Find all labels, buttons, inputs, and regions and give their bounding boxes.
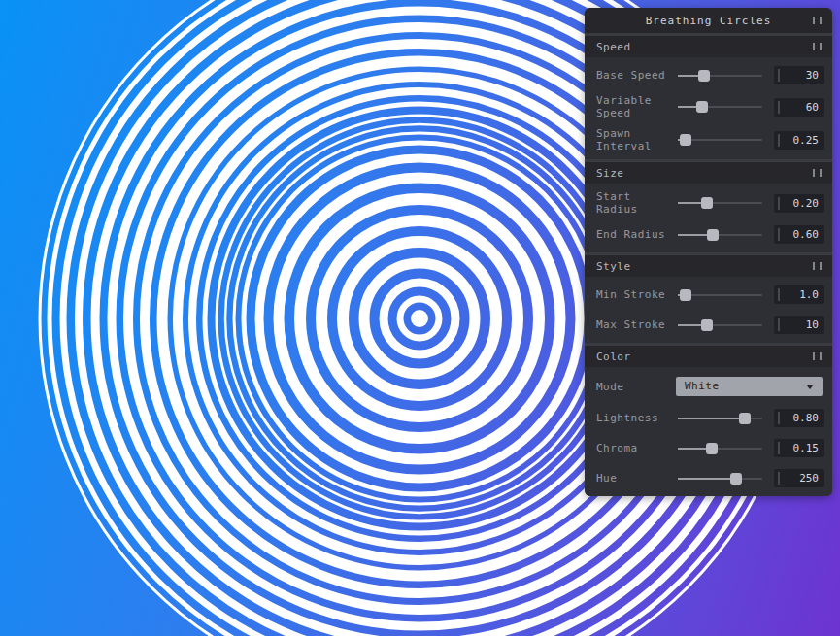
control-label: Start Radius — [596, 190, 676, 216]
slider-knob[interactable] — [707, 229, 719, 241]
value-input[interactable]: 0.20 — [774, 194, 824, 213]
slider-track[interactable] — [678, 478, 762, 480]
control-variable-speed: Variable Speed60 — [585, 90, 832, 123]
control-chroma: Chroma0.15 — [585, 433, 832, 463]
control-panel: Breathing Circles SpeedBase Speed30Varia… — [585, 8, 832, 496]
value-input[interactable]: 60 — [774, 98, 824, 117]
slider-chroma[interactable] — [676, 442, 764, 455]
control-label: Max Stroke — [596, 318, 676, 331]
slider-fill — [678, 478, 733, 480]
fold-icon[interactable] — [813, 262, 822, 270]
section-body: Min Stroke1.0Max Stroke10 — [585, 277, 832, 343]
control-end-radius: End Radius0.60 — [585, 219, 832, 250]
slider-track[interactable] — [678, 106, 762, 108]
section-color: ColorModeWhiteLightness0.80Chroma0.15Hue… — [585, 346, 832, 496]
slider-knob[interactable] — [730, 473, 742, 485]
value-input[interactable]: 250 — [774, 469, 824, 487]
control-label: Base Speed — [596, 69, 676, 82]
slider-knob[interactable] — [701, 319, 713, 331]
section-body: Base Speed30Variable Speed60Spawn Interv… — [585, 57, 832, 159]
slider-knob[interactable] — [739, 413, 751, 424]
slider-track[interactable] — [678, 234, 762, 236]
slider-end-radius[interactable] — [676, 228, 764, 242]
fold-icon[interactable] — [813, 169, 822, 177]
value-input[interactable]: 0.60 — [774, 225, 824, 244]
control-label: Mode — [596, 381, 676, 393]
slider-base-speed[interactable] — [676, 69, 764, 83]
control-label: Min Stroke — [596, 288, 676, 301]
control-base-speed: Base Speed30 — [585, 60, 832, 90]
control-hue: Hue250 — [585, 463, 832, 493]
control-label: Chroma — [596, 442, 676, 454]
value-input[interactable]: 0.25 — [774, 131, 824, 150]
slider-max-stroke[interactable] — [676, 318, 764, 332]
section-label: Speed — [596, 41, 631, 53]
slider-spawn-interval[interactable] — [676, 133, 764, 147]
value-input[interactable]: 0.15 — [774, 439, 824, 457]
select-value: White — [685, 380, 720, 392]
slider-track[interactable] — [678, 448, 762, 450]
slider-track[interactable] — [678, 202, 762, 204]
control-label: End Radius — [596, 228, 676, 241]
control-start-radius: Start Radius0.20 — [585, 186, 832, 219]
slider-start-radius[interactable] — [676, 196, 764, 210]
fold-icon[interactable] — [813, 43, 822, 50]
value-input[interactable]: 10 — [774, 316, 824, 334]
slider-knob[interactable] — [680, 289, 691, 301]
section-label: Color — [596, 351, 631, 363]
control-min-stroke: Min Stroke1.0 — [585, 280, 832, 310]
panel-titlebar[interactable]: Breathing Circles — [585, 8, 832, 33]
section-label: Style — [596, 260, 631, 273]
control-mode: ModeWhite — [585, 370, 832, 403]
control-label: Hue — [596, 472, 676, 485]
slider-knob[interactable] — [706, 443, 718, 454]
section-label: Size — [596, 167, 624, 180]
section-header-size[interactable]: Size — [585, 162, 832, 184]
control-label: Lightness — [596, 412, 676, 424]
chevron-down-icon — [806, 385, 814, 389]
slider-track[interactable] — [678, 75, 762, 77]
center-dot — [411, 310, 428, 327]
select-mode[interactable]: White — [676, 377, 823, 396]
control-lightness: Lightness0.80 — [585, 403, 832, 433]
slider-track[interactable] — [678, 324, 762, 326]
section-speed: SpeedBase Speed30Variable Speed60Spawn I… — [585, 36, 832, 159]
control-label: Variable Speed — [596, 94, 676, 119]
section-body: Start Radius0.20End Radius0.60 — [585, 184, 832, 252]
section-size: SizeStart Radius0.20End Radius0.60 — [585, 162, 832, 252]
control-spawn-interval: Spawn Interval0.25 — [585, 123, 832, 156]
value-input[interactable]: 30 — [774, 66, 824, 84]
slider-fill — [678, 418, 742, 419]
slider-variable-speed[interactable] — [676, 100, 764, 114]
slider-knob[interactable] — [696, 101, 708, 113]
section-body: ModeWhiteLightness0.80Chroma0.15Hue250 — [585, 367, 832, 496]
panel-fold-icon[interactable] — [813, 17, 822, 24]
panel-sections: SpeedBase Speed30Variable Speed60Spawn I… — [585, 36, 832, 496]
control-max-stroke: Max Stroke10 — [585, 310, 832, 340]
fold-icon[interactable] — [813, 352, 822, 360]
slider-knob[interactable] — [680, 134, 691, 146]
section-header-color[interactable]: Color — [585, 346, 832, 367]
section-header-style[interactable]: Style — [585, 255, 832, 277]
slider-lightness[interactable] — [676, 412, 764, 425]
control-label: Spawn Interval — [596, 127, 676, 152]
section-header-speed[interactable]: Speed — [585, 36, 832, 57]
slider-min-stroke[interactable] — [676, 288, 764, 302]
value-input[interactable]: 1.0 — [774, 285, 824, 304]
section-style: StyleMin Stroke1.0Max Stroke10 — [585, 255, 832, 343]
value-input[interactable]: 0.80 — [774, 409, 824, 427]
slider-knob[interactable] — [701, 197, 713, 209]
panel-title: Breathing Circles — [646, 15, 772, 27]
slider-hue[interactable] — [676, 472, 764, 485]
slider-knob[interactable] — [698, 70, 710, 82]
